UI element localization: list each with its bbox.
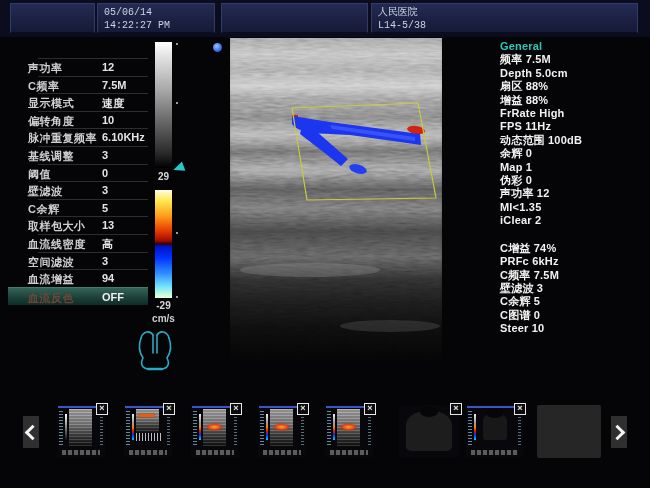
thumbnail-7[interactable]: × — [466, 405, 523, 457]
grayscale-bar — [155, 42, 172, 168]
param-label: 声功率 — [28, 61, 63, 76]
thumb-t-bar — [474, 414, 476, 440]
thumbnail-close-button[interactable]: × — [96, 403, 108, 415]
param-row-7[interactable]: 阈值0 — [8, 164, 148, 182]
param-row-5[interactable]: 脉冲重复频率6.10KHz — [8, 128, 148, 146]
thumbnail-8[interactable] — [537, 405, 601, 458]
info-line: C余辉 5 — [500, 295, 648, 308]
param-row-11[interactable]: 血流线密度高 — [8, 234, 148, 252]
next-thumbnails-button[interactable] — [611, 416, 627, 448]
pointer-arrow-icon[interactable] — [172, 161, 186, 174]
param-row-4[interactable]: 偏转角度10 — [8, 111, 148, 129]
thumbnail-6[interactable]: × — [399, 405, 459, 457]
thumb-t-bar — [333, 414, 335, 440]
thumbnail-close-button[interactable]: × — [230, 403, 242, 415]
info-section: C增益 74%PRFc 6kHzC频率 7.5M壁滤波 3C余辉 5C图谱 0S… — [500, 242, 648, 336]
info-line: 扇区 88% — [500, 80, 648, 93]
info-line: Steer 10 — [500, 322, 648, 335]
thumbnail-close-button[interactable]: × — [450, 403, 462, 415]
param-label: 脉冲重复频率 — [28, 131, 97, 146]
param-label: 偏转角度 — [28, 114, 74, 129]
param-row-14[interactable]: 血流反色OFF — [8, 287, 148, 306]
param-row-9[interactable]: C余辉5 — [8, 199, 148, 217]
thumb-spectral-wave — [136, 433, 162, 441]
param-row-3[interactable]: 显示模式速度 — [8, 93, 148, 111]
thumb-t-film — [330, 450, 368, 455]
param-row-6[interactable]: 基线调整3 — [8, 146, 148, 164]
thumb-t-film — [196, 450, 234, 455]
info-line: FrRate High — [500, 107, 648, 120]
param-label: 血流线密度 — [28, 237, 86, 252]
thumb-doppler-blob — [341, 424, 356, 430]
info-line: 频率 7.5M — [500, 53, 648, 66]
param-label: 血流增益 — [28, 272, 74, 287]
thumb-t-bar — [65, 414, 67, 440]
thumb-t-rcol — [234, 411, 237, 445]
param-row-1[interactable]: 声功率12 — [8, 58, 148, 76]
param-row-13[interactable]: 血流增益94 — [8, 269, 148, 287]
thumbnail-2[interactable]: × — [124, 405, 172, 457]
param-label: 取样包大小 — [28, 219, 86, 234]
thumbnail-1[interactable]: × — [57, 405, 105, 457]
param-value: 3 — [102, 149, 108, 161]
right-info-panel: General频率 7.5MDepth 5.0cm扇区 88%增益 88%FrR… — [500, 40, 648, 350]
param-value: 7.5M — [102, 79, 126, 91]
param-value: 速度 — [102, 96, 124, 111]
thumbnail-close-button[interactable]: × — [364, 403, 376, 415]
param-value: 6.10KHz — [102, 131, 145, 143]
thumb-t-film — [62, 450, 100, 455]
param-row-12[interactable]: 空间滤波3 — [8, 252, 148, 270]
info-line: 声功率 12 — [500, 187, 648, 200]
param-label: C余辉 — [28, 202, 59, 217]
info-line: C频率 7.5M — [500, 269, 648, 282]
info-line: Depth 5.0cm — [500, 67, 648, 80]
hospital-box: 人民医院 L14-5/38 — [371, 3, 638, 33]
titlebar-empty-box-middle — [221, 3, 368, 33]
left-parameter-panel: 声功率12C频率7.5M显示模式速度偏转角度10脉冲重复频率6.10KHz基线调… — [8, 58, 148, 305]
param-label: C频率 — [28, 79, 59, 94]
param-value: OFF — [102, 291, 124, 303]
titlebar-empty-box-left — [10, 3, 95, 33]
param-label: 壁滤波 — [28, 184, 63, 199]
thumb-t-rcol — [167, 411, 170, 445]
velocity-unit-label: cm/s — [145, 313, 182, 324]
thumb-t-rcol — [518, 411, 521, 445]
param-row-8[interactable]: 壁滤波3 — [8, 181, 148, 199]
thumb-t-lcol — [260, 411, 264, 447]
thumb-t-lcol — [59, 411, 63, 447]
chevron-left-icon — [25, 424, 41, 440]
prev-thumbnails-button[interactable] — [23, 416, 39, 448]
date-text: 05/06/14 — [104, 7, 152, 18]
param-value: 94 — [102, 272, 114, 284]
ultrasound-image[interactable] — [230, 38, 442, 360]
thumb-doppler-blob — [207, 424, 222, 430]
info-line: 伪彩 0 — [500, 174, 648, 187]
ultrasound-screen: 05/06/14 14:22:27 PM 人民医院 L14-5/38 声功率12… — [0, 0, 650, 488]
thumbnail-5[interactable]: × — [325, 405, 373, 457]
velocity-min-label: -29 — [149, 300, 178, 311]
thumb-t-bar — [199, 414, 201, 440]
thumb-t-film — [263, 450, 301, 455]
param-row-10[interactable]: 取样包大小13 — [8, 216, 148, 234]
thumbnail-4[interactable]: × — [258, 405, 306, 457]
scale-tick — [176, 102, 178, 104]
scale-tick — [176, 232, 178, 234]
param-row-2[interactable]: C频率7.5M — [8, 76, 148, 94]
thumbnail-close-button[interactable]: × — [297, 403, 309, 415]
param-value: 13 — [102, 219, 114, 231]
info-line: 动态范围 100dB — [500, 134, 648, 147]
body-marker-icon — [135, 327, 175, 377]
title-bar: 05/06/14 14:22:27 PM 人民医院 L14-5/38 — [0, 0, 650, 37]
thumb-doppler-streak — [138, 414, 155, 417]
hospital-name: 人民医院 — [378, 7, 418, 18]
thumbnail-close-button[interactable]: × — [163, 403, 175, 415]
scale-tick — [176, 296, 178, 298]
thumbnail-close-button[interactable]: × — [514, 403, 526, 415]
param-label: 阈值 — [28, 167, 51, 182]
thumb-t-bar — [266, 414, 268, 440]
info-line: 壁滤波 3 — [500, 282, 648, 295]
thumb-t-film — [471, 450, 518, 455]
param-value: 3 — [102, 184, 108, 196]
thumb-t-lcol — [468, 411, 472, 447]
thumbnail-3[interactable]: × — [191, 405, 239, 457]
